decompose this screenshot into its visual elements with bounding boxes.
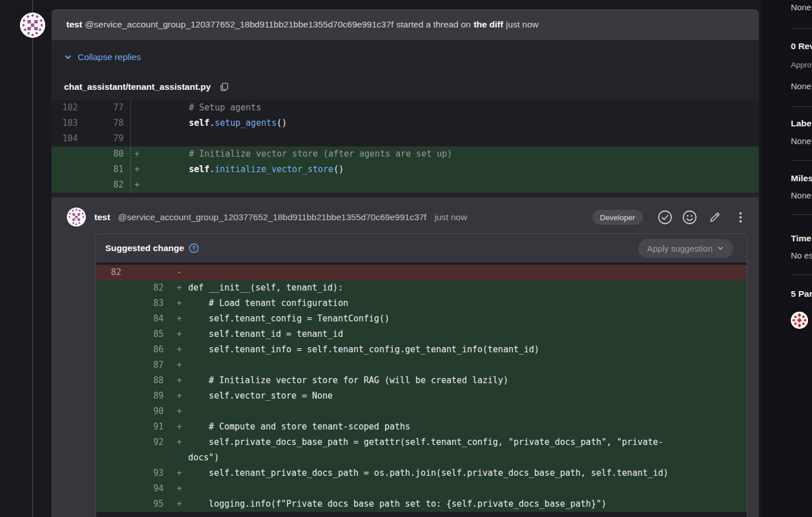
line-number-new: 83 xyxy=(126,296,169,311)
collapse-replies-toggle[interactable]: Collapse replies xyxy=(64,50,759,64)
line-number-new: 87 xyxy=(126,357,169,373)
line-number-old xyxy=(51,177,93,193)
discussion-thread-card: test @service_account_group_120377652_18… xyxy=(51,9,759,517)
identicon-purple xyxy=(20,13,45,38)
avatar[interactable] xyxy=(20,13,45,38)
code-line: logging.info(f"Private docs base path se… xyxy=(184,496,747,512)
code-line: self.tenant_config = TenantConfig() xyxy=(184,311,747,327)
line-number-new xyxy=(126,265,169,280)
resolve-check-icon[interactable] xyxy=(658,210,672,225)
sidebar-section-value: None xyxy=(791,81,811,91)
sidebar-section-title: Milestone xyxy=(791,173,812,184)
line-number-new: 92 xyxy=(126,435,169,450)
help-question-icon[interactable]: ? xyxy=(189,243,199,253)
line-number-old xyxy=(96,450,126,466)
edit-pencil-icon[interactable] xyxy=(707,210,722,225)
thread-timestamp: just now xyxy=(506,19,539,30)
diff-row: 90+ xyxy=(96,404,747,419)
diff-marker: + xyxy=(169,296,184,311)
sidebar-divider xyxy=(791,160,812,161)
sidebar-divider xyxy=(791,28,812,29)
diff-row: 10378 self.setup_agents() xyxy=(51,116,759,131)
chevron-down-icon xyxy=(64,53,72,61)
diff-row: 87+ xyxy=(96,357,747,373)
diff-marker xyxy=(130,100,145,116)
participant-avatar[interactable] xyxy=(791,312,808,329)
code-line: self.tenant_id = tenant_id xyxy=(184,327,747,342)
comment-author-handle[interactable]: @service_account_group_120377652_18bd911… xyxy=(118,212,426,222)
diff-marker: + xyxy=(169,311,184,327)
diff-row: 80+ # Initialize vector store (after age… xyxy=(51,146,759,162)
line-number-old xyxy=(96,342,126,357)
role-badge: Developer xyxy=(592,210,643,225)
diff-marker: + xyxy=(169,435,184,450)
line-number-old xyxy=(96,296,126,311)
line-number-new: 79 xyxy=(93,131,130,146)
code-line xyxy=(184,357,747,373)
thread-target-link[interactable]: the diff xyxy=(473,19,503,30)
line-number-new xyxy=(126,450,169,466)
suggested-change-header: Suggested change ? Apply suggestion xyxy=(96,234,747,263)
line-number-new: 80 xyxy=(93,146,130,162)
line-number-old xyxy=(96,419,126,435)
line-number-old: 102 xyxy=(51,100,93,116)
line-number-old xyxy=(96,435,126,450)
code-line: # Load tenant configuration xyxy=(184,296,747,311)
sidebar-section-title: Labels xyxy=(791,118,812,129)
code-line: self.tenant_info = self.tenant_config.ge… xyxy=(184,342,747,357)
line-number-old xyxy=(96,466,126,481)
sidebar-section-value: Approval is optional xyxy=(791,61,812,69)
sidebar-section-title: Time tracking xyxy=(791,233,812,244)
diff-row: 82+ xyxy=(51,177,759,193)
diff-marker: + xyxy=(130,162,145,177)
line-number-new: 95 xyxy=(126,496,169,512)
code-line: # Initialize vector store for RAG (will … xyxy=(184,373,747,388)
line-number-old: 103 xyxy=(51,116,93,131)
code-line xyxy=(184,265,747,280)
line-number-new: 89 xyxy=(126,388,169,404)
diff-marker: + xyxy=(169,496,184,512)
chevron-down-icon xyxy=(717,245,724,252)
diff-row: 89+ self.vector_store = None xyxy=(96,388,747,404)
code-line: docs") xyxy=(184,450,747,466)
code-line xyxy=(184,481,747,496)
diff-row: 10479 xyxy=(51,131,759,146)
diff-row: 85+ self.tenant_id = tenant_id xyxy=(96,327,747,342)
diff-marker: + xyxy=(169,466,184,481)
suggestion-diff-table: 82-82+def __init__(self, tenant_id):83+ … xyxy=(96,263,747,517)
diff-row: 10277 # Setup agents xyxy=(51,100,759,116)
code-line: self.setup_agents() xyxy=(145,116,759,131)
thread-author-name[interactable]: test xyxy=(66,19,82,30)
comment-author-name[interactable]: test xyxy=(94,212,110,222)
line-number-old xyxy=(96,327,126,342)
line-number-new: 86 xyxy=(126,342,169,357)
diff-row: 91+ # Compute and store tenant-scoped pa… xyxy=(96,419,747,435)
sidebar-section-title: 5 Participants xyxy=(791,289,812,299)
sidebar-section-title: 0 Reviewers xyxy=(791,41,812,51)
emoji-smiley-icon[interactable] xyxy=(682,210,697,225)
line-number-new: 84 xyxy=(126,311,169,327)
line-number-old xyxy=(51,146,93,162)
diff-row: 84+ self.tenant_config = TenantConfig() xyxy=(96,311,747,327)
thread-author-handle[interactable]: @service_account_group_120377652_18bd911… xyxy=(85,19,393,30)
line-number-old xyxy=(51,162,93,177)
diff-marker: + xyxy=(130,146,145,162)
copy-file-path-icon[interactable] xyxy=(219,82,229,92)
thread-header: test @service_account_group_120377652_18… xyxy=(51,9,759,40)
line-number-old: 82 xyxy=(96,265,126,280)
suggested-change-title: Suggested change xyxy=(105,243,184,253)
line-number-new: 82 xyxy=(126,280,169,296)
more-kebab-icon[interactable] xyxy=(733,210,748,225)
avatar[interactable] xyxy=(67,208,86,226)
file-path-link[interactable]: chat_assistant/tenant_assistant.py xyxy=(64,82,211,92)
line-number-new: 85 xyxy=(126,327,169,342)
code-line: # Initialize vector store (after agents … xyxy=(145,146,759,162)
diff-row: 82- xyxy=(96,265,747,280)
diff-marker: + xyxy=(169,388,184,404)
collapse-replies-label: Collapse replies xyxy=(78,52,141,62)
apply-suggestion-button[interactable]: Apply suggestion xyxy=(638,239,733,258)
diff-marker: + xyxy=(169,404,184,419)
code-line: def __init__(self, tenant_id): xyxy=(184,280,747,296)
line-number-new: 88 xyxy=(126,373,169,388)
suggested-change-block: Suggested change ? Apply suggestion 82-8… xyxy=(95,233,747,517)
